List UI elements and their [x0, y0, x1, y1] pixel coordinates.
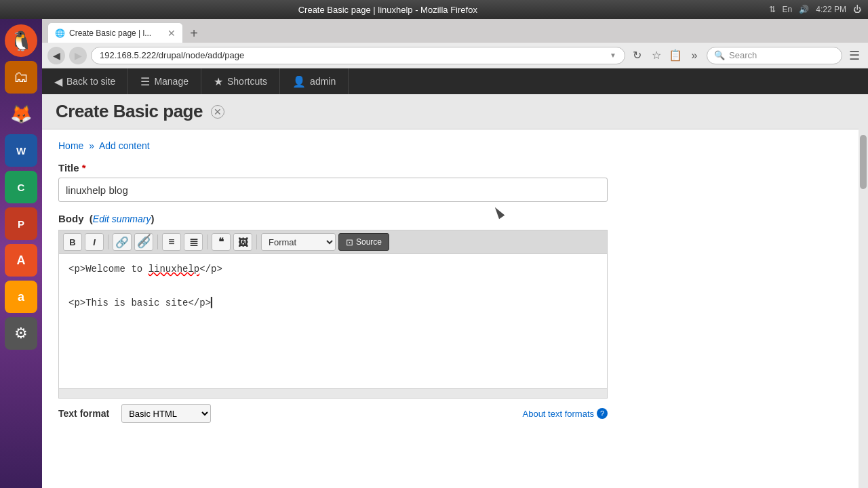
- scrollbar-thumb[interactable]: [860, 135, 867, 189]
- required-star: *: [82, 162, 86, 174]
- titlebar-title: Create Basic page | linuxhelp - Mozilla …: [7, 5, 769, 15]
- unlink-button[interactable]: 🔗: [134, 233, 153, 251]
- impress-icon[interactable]: P: [5, 207, 37, 240]
- browser-window: 🌐 Create Basic page | l... ✕ + ◀ ▶ 192.1…: [42, 19, 868, 488]
- files-icon[interactable]: 🗂: [5, 61, 37, 94]
- search-box[interactable]: 🔍 Search: [707, 47, 842, 64]
- form-area: Home » Add content Title * Body (Edit su…: [42, 129, 868, 439]
- text-format-select[interactable]: Basic HTML Full HTML Restricted HTML: [121, 404, 211, 423]
- format-select[interactable]: Format: [261, 233, 336, 251]
- text-format-row: Text format Basic HTML Full HTML Restric…: [58, 404, 608, 423]
- tab-favicon: 🌐: [55, 28, 65, 38]
- source-button[interactable]: ⊡ Source: [338, 233, 389, 251]
- titlebar-time: 4:22 PM: [816, 5, 846, 14]
- bold-button[interactable]: B: [63, 233, 82, 251]
- amazon-icon[interactable]: a: [5, 281, 37, 313]
- manage-icon: ☰: [140, 75, 150, 88]
- admin-user-icon: 👤: [292, 75, 306, 88]
- breadcrumb: Home » Add content: [58, 140, 852, 151]
- admin-toolbar: ◀ Back to site ☰ Manage ★ Shortcuts 👤 ad…: [42, 68, 868, 94]
- titlebar-lang: En: [783, 5, 793, 14]
- body-line-3: <p>This is basic site</p>▎: [68, 295, 597, 312]
- manage-label: Manage: [154, 76, 189, 87]
- body-line-2: [68, 278, 597, 295]
- titlebar-icons: ⇅ En 🔊 4:22 PM ⏻: [769, 5, 861, 14]
- gear-icon[interactable]: ⚙: [5, 317, 37, 350]
- tab-bar: 🌐 Create Basic page | l... ✕ +: [42, 19, 868, 43]
- titlebar-sound: 🔊: [799, 5, 809, 14]
- unordered-list-button[interactable]: ≡: [162, 233, 181, 251]
- scrollbar[interactable]: [859, 94, 868, 488]
- url-dropdown-icon[interactable]: ▼: [610, 52, 616, 59]
- search-placeholder: Search: [729, 50, 757, 60]
- hamburger-menu-button[interactable]: ☰: [846, 47, 863, 64]
- shortcuts-icon: ★: [214, 75, 223, 88]
- reload-button[interactable]: ↻: [629, 48, 644, 63]
- page-header-title: Create Basic page: [56, 101, 203, 122]
- ckeditor-toolbar: B I 🔗 🔗 ≡ ≣ ❝ 🖼 Format: [58, 230, 608, 253]
- title-field-label: Title *: [58, 162, 852, 174]
- ckeditor-wrapper: B I 🔗 🔗 ≡ ≣ ❝ 🖼 Format: [58, 230, 608, 423]
- title-input[interactable]: [58, 178, 608, 202]
- reading-mode-button[interactable]: 📋: [667, 47, 684, 64]
- back-to-site-label: Back to site: [66, 76, 115, 87]
- toolbar-separator-4: [256, 235, 257, 249]
- url-text: 192.168.5.222/drupal/node/add/page: [100, 50, 244, 60]
- text-format-label: Text format: [58, 408, 109, 419]
- ckeditor-bottom-bar: [58, 389, 608, 399]
- overflow-button[interactable]: »: [686, 47, 703, 64]
- taskbar: 🐧 🗂 🦊 W C P A a ⚙: [0, 19, 42, 488]
- about-formats-link[interactable]: About text formats: [523, 409, 595, 419]
- manage-item[interactable]: ☰ Manage: [128, 68, 201, 94]
- page-content: Create Basic page ✕ Home » Add content T…: [42, 94, 868, 488]
- image-button[interactable]: 🖼: [233, 233, 252, 251]
- font-icon[interactable]: A: [5, 244, 37, 277]
- breadcrumb-add-content[interactable]: Add content: [99, 140, 150, 151]
- tab-label: Create Basic page | l...: [69, 28, 151, 38]
- edit-summary-link[interactable]: Edit summary: [93, 214, 151, 224]
- back-to-site-item[interactable]: ◀ Back to site: [42, 68, 128, 94]
- writer-icon[interactable]: W: [5, 134, 37, 167]
- back-arrow-icon: ◀: [54, 75, 62, 88]
- italic-button[interactable]: I: [85, 233, 104, 251]
- page-header-bar: Create Basic page ✕: [42, 94, 868, 129]
- ubuntu-icon[interactable]: 🐧: [5, 24, 37, 57]
- body-label: Body (Edit summary): [58, 213, 852, 224]
- toolbar-separator-3: [207, 235, 208, 249]
- titlebar-icon-transfer: ⇅: [769, 5, 776, 14]
- forward-button[interactable]: ▶: [69, 47, 87, 64]
- shortcuts-item[interactable]: ★ Shortcuts: [201, 68, 280, 94]
- back-button[interactable]: ◀: [47, 47, 65, 64]
- new-tab-button[interactable]: +: [184, 24, 203, 43]
- body-line-1: <p>Welcome to linuxhelp</p>: [68, 261, 597, 278]
- tab-close-button[interactable]: ✕: [167, 28, 176, 39]
- ckeditor-body[interactable]: <p>Welcome to linuxhelp</p> <p>This is b…: [58, 253, 608, 389]
- ordered-list-button[interactable]: ≣: [184, 233, 203, 251]
- blockquote-button[interactable]: ❝: [212, 233, 231, 251]
- about-formats-text: About text formats: [523, 409, 595, 419]
- calc-icon[interactable]: C: [5, 171, 37, 203]
- source-label: Source: [356, 237, 382, 247]
- toolbar-separator-1: [108, 235, 108, 249]
- titlebar-power: ⏻: [853, 5, 861, 14]
- link-button[interactable]: 🔗: [113, 233, 132, 251]
- edit-shortcut-icon[interactable]: ✕: [211, 105, 224, 119]
- toolbar-separator-2: [157, 235, 158, 249]
- admin-label: admin: [310, 76, 336, 87]
- bookmark-star-button[interactable]: ☆: [648, 47, 665, 64]
- active-tab[interactable]: 🌐 Create Basic page | l... ✕: [47, 22, 183, 43]
- breadcrumb-home[interactable]: Home: [58, 140, 83, 151]
- admin-user-item[interactable]: 👤 admin: [280, 68, 349, 94]
- source-icon: ⊡: [346, 237, 353, 247]
- os-titlebar: Create Basic page | linuxhelp - Mozilla …: [0, 0, 868, 19]
- url-bar[interactable]: 192.168.5.222/drupal/node/add/page ▼: [91, 47, 625, 64]
- shortcuts-label: Shortcuts: [227, 76, 267, 87]
- firefox-icon[interactable]: 🦊: [5, 98, 37, 130]
- search-icon: 🔍: [714, 50, 725, 60]
- browser-toolbar-icons: ☆ 📋 »: [648, 47, 703, 64]
- address-bar: ◀ ▶ 192.168.5.222/drupal/node/add/page ▼…: [42, 43, 868, 68]
- help-icon[interactable]: ?: [597, 408, 608, 419]
